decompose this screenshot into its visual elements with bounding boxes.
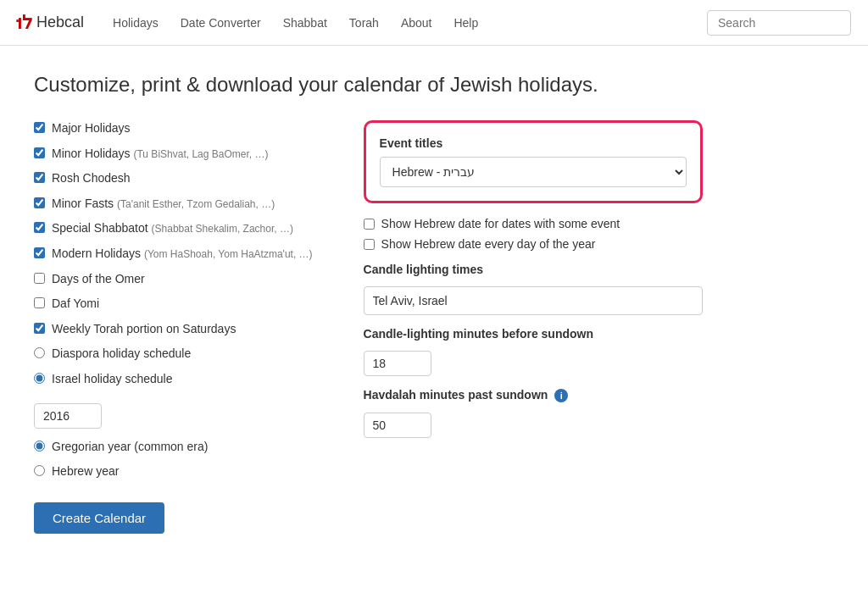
candle-input[interactable] [364, 286, 703, 315]
radio-hebrew-year-input[interactable] [34, 465, 45, 476]
minutes-label: Candle-lighting minutes before sundown [364, 327, 703, 341]
nav-holidays[interactable]: Holidays [104, 11, 167, 35]
create-calendar-button[interactable]: Create Calendar [34, 502, 164, 534]
radio-diaspora-input[interactable] [34, 347, 45, 358]
left-column: Major Holidays Minor Holidays (Tu BiShva… [34, 120, 313, 534]
checkbox-torah-label: Weekly Torah portion on Saturdays [52, 321, 236, 338]
radio-gregorian: Gregorian year (common era) [34, 439, 313, 456]
checkbox-minor-input[interactable] [34, 147, 45, 158]
radio-hebrew-year: Hebrew year [34, 463, 313, 480]
logo-hebrew: לוּ [17, 12, 33, 34]
hebrew-date-event-row: Show Hebrew date for dates with some eve… [364, 217, 703, 230]
search-input[interactable] [707, 10, 851, 36]
event-titles-select[interactable]: Hebrew - עברית English Transliterated He… [380, 157, 687, 187]
radio-diaspora-label: Diaspora holiday schedule [52, 346, 191, 363]
checkbox-daf-input[interactable] [34, 297, 45, 308]
nav-about[interactable]: About [392, 11, 441, 35]
radio-gregorian-input[interactable] [34, 441, 45, 452]
hebrew-date-event-label: Show Hebrew date for dates with some eve… [381, 217, 620, 230]
logo-text: Hebcal [36, 14, 84, 31]
checkbox-torah-input[interactable] [34, 323, 45, 334]
checkbox-rosh: Rosh Chodesh [34, 170, 313, 187]
nav-help[interactable]: Help [445, 11, 487, 35]
search-container [707, 10, 851, 36]
checkbox-omer-input[interactable] [34, 273, 45, 284]
navbar: לוּ Hebcal Holidays Date Converter Shabb… [0, 0, 868, 46]
checkbox-shabbatot-label: Special Shabbatot (Shabbat Shekalim, Zac… [52, 220, 293, 237]
checkbox-rosh-input[interactable] [34, 172, 45, 183]
havdalah-input[interactable] [364, 413, 431, 438]
radio-israel-input[interactable] [34, 373, 45, 384]
checkbox-major-label: Major Holidays [52, 120, 131, 137]
checkbox-torah: Weekly Torah portion on Saturdays [34, 321, 313, 338]
year-input[interactable] [34, 403, 102, 429]
havdalah-info-icon: i [554, 389, 568, 402]
checkbox-shabbatot-input[interactable] [34, 222, 45, 233]
radio-gregorian-label: Gregorian year (common era) [52, 439, 208, 456]
checkbox-fasts-label: Minor Fasts (Ta'anit Esther, Tzom Gedali… [52, 196, 275, 213]
checkbox-fasts-input[interactable] [34, 197, 45, 208]
candle-label: Candle lighting times [364, 263, 703, 276]
page-title: Customize, print & download your calenda… [34, 73, 834, 97]
event-titles-box: Event titles Hebrew - עברית English Tran… [364, 120, 703, 203]
checkbox-modern: Modern Holidays (Yom HaShoah, Yom HaAtzm… [34, 246, 313, 263]
form-layout: Major Holidays Minor Holidays (Tu BiShva… [34, 120, 834, 534]
radio-israel-label: Israel holiday schedule [52, 371, 172, 388]
checkbox-daf: Daf Yomi [34, 296, 313, 313]
nav-links: Holidays Date Converter Shabbat Torah Ab… [104, 11, 707, 35]
checkbox-daf-label: Daf Yomi [52, 296, 99, 313]
checkbox-minor-label: Minor Holidays (Tu BiShvat, Lag BaOmer, … [52, 146, 268, 163]
checkbox-minor: Minor Holidays (Tu BiShvat, Lag BaOmer, … [34, 146, 313, 163]
minutes-input[interactable] [364, 351, 431, 376]
nav-shabbat[interactable]: Shabbat [275, 11, 336, 35]
hebrew-date-every-checkbox[interactable] [364, 239, 375, 250]
checkbox-modern-input[interactable] [34, 247, 45, 258]
checkbox-omer: Days of the Omer [34, 271, 313, 288]
right-column: Event titles Hebrew - עברית English Tran… [364, 120, 703, 438]
hebrew-date-event-checkbox[interactable] [364, 219, 375, 230]
checkbox-major: Major Holidays [34, 120, 313, 137]
main-content: Customize, print & download your calenda… [0, 46, 868, 561]
hebrew-date-every-row: Show Hebrew date every day of the year [364, 237, 703, 251]
nav-torah[interactable]: Torah [341, 11, 387, 35]
checkbox-modern-label: Modern Holidays (Yom HaShoah, Yom HaAtzm… [52, 246, 313, 263]
havdalah-label: Havdalah minutes past sundown i [364, 388, 703, 402]
checkbox-shabbatot: Special Shabbatot (Shabbat Shekalim, Zac… [34, 220, 313, 237]
checkbox-fasts: Minor Fasts (Ta'anit Esther, Tzom Gedali… [34, 196, 313, 213]
nav-date-converter[interactable]: Date Converter [172, 11, 270, 35]
checkbox-omer-label: Days of the Omer [52, 271, 145, 288]
checkbox-major-input[interactable] [34, 122, 45, 133]
checkbox-rosh-label: Rosh Chodesh [52, 170, 131, 187]
radio-diaspora: Diaspora holiday schedule [34, 346, 313, 363]
event-titles-label: Event titles [380, 136, 687, 150]
logo-link[interactable]: לוּ Hebcal [17, 12, 84, 34]
hebrew-date-every-label: Show Hebrew date every day of the year [381, 237, 596, 251]
radio-israel: Israel holiday schedule [34, 371, 313, 388]
radio-hebrew-year-label: Hebrew year [52, 463, 119, 480]
